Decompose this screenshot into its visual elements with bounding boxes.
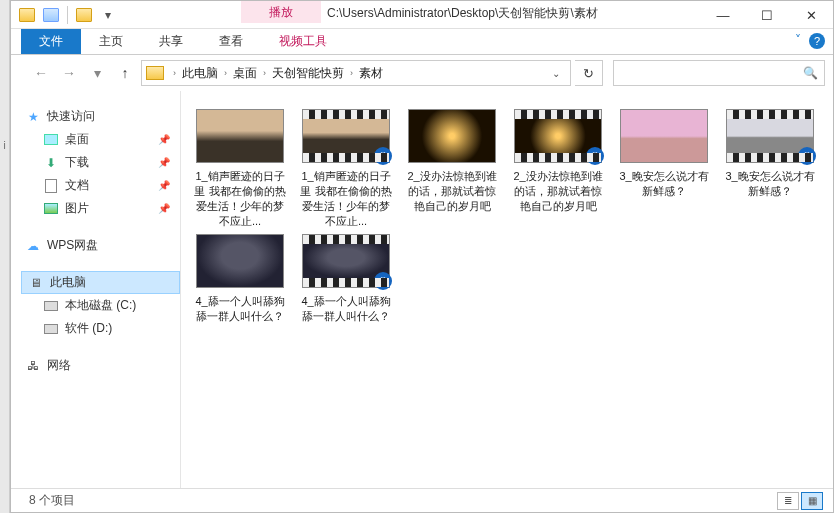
crumb[interactable]: 桌面 xyxy=(230,65,260,82)
nav-quick-access[interactable]: ★快速访问 xyxy=(21,105,180,128)
item-count: 8 个项目 xyxy=(29,492,75,509)
pin-icon: 📌 xyxy=(158,180,170,191)
nav-disk-d[interactable]: 软件 (D:) xyxy=(21,317,180,340)
properties-icon[interactable] xyxy=(41,5,61,25)
status-bar: 8 个项目 ≣ ▦ xyxy=(11,488,833,512)
pictures-icon xyxy=(43,201,59,217)
image-thumbnail xyxy=(620,109,708,163)
view-thumbnails-button[interactable]: ▦ xyxy=(801,492,823,510)
crumb[interactable]: 此电脑 xyxy=(179,65,221,82)
quick-access-toolbar: ▾ xyxy=(11,5,124,25)
explorer-window: ▾ 播放 C:\Users\Administrator\Desktop\天创智能… xyxy=(10,0,834,513)
nav-network[interactable]: 🖧网络 xyxy=(21,354,180,377)
title-bar: ▾ 播放 C:\Users\Administrator\Desktop\天创智能… xyxy=(11,1,833,29)
contextual-tab-play[interactable]: 播放 xyxy=(241,1,321,23)
tab-view[interactable]: 查看 xyxy=(201,29,261,54)
address-dropdown-icon[interactable]: ⌄ xyxy=(546,68,566,79)
navigation-pane: ★快速访问 桌面📌 ⬇下载📌 文档📌 图片📌 ☁WPS网盘 🖥此电脑 本地磁盘 … xyxy=(11,91,181,488)
video-thumbnail: ⁂ xyxy=(514,109,602,163)
external-strip: i xyxy=(0,0,10,513)
image-thumbnail xyxy=(196,109,284,163)
content-pane[interactable]: 1_销声匿迹的日子里 我都在偷偷的热爱生活！少年的梦不应止...⁂1_销声匿迹的… xyxy=(181,91,833,488)
download-icon: ⬇ xyxy=(43,155,59,171)
nav-wps[interactable]: ☁WPS网盘 xyxy=(21,234,180,257)
address-field[interactable]: › 此电脑› 桌面› 天创智能快剪› 素材 ⌄ xyxy=(141,60,571,86)
pin-icon: 📌 xyxy=(158,203,170,214)
file-label: 1_销声匿迹的日子里 我都在偷偷的热爱生活！少年的梦不应止... xyxy=(297,169,395,228)
file-label: 2_没办法惊艳到谁的话，那就试着惊艳自己的岁月吧 xyxy=(509,169,607,214)
nav-back-button[interactable]: ← xyxy=(29,61,53,85)
nav-pictures[interactable]: 图片📌 xyxy=(21,197,180,220)
desktop-icon xyxy=(43,132,59,148)
video-thumbnail: ⁂ xyxy=(302,234,390,288)
file-item[interactable]: 3_晚安怎么说才有新鲜感？ xyxy=(615,109,713,228)
address-bar-row: ← → ▾ ↑ › 此电脑› 桌面› 天创智能快剪› 素材 ⌄ ↻ 🔍 xyxy=(11,55,833,91)
video-badge-icon: ⁂ xyxy=(586,147,604,165)
video-badge-icon: ⁂ xyxy=(374,272,392,290)
pc-icon: 🖥 xyxy=(28,275,44,291)
qat-new-folder-icon[interactable] xyxy=(74,5,94,25)
crumb[interactable]: 天创智能快剪 xyxy=(269,65,347,82)
video-badge-icon: ⁂ xyxy=(798,147,816,165)
document-icon xyxy=(43,178,59,194)
tab-file[interactable]: 文件 xyxy=(21,29,81,54)
image-thumbnail xyxy=(408,109,496,163)
app-icon[interactable] xyxy=(17,5,37,25)
nav-disk-c[interactable]: 本地磁盘 (C:) xyxy=(21,294,180,317)
file-item[interactable]: ⁂2_没办法惊艳到谁的话，那就试着惊艳自己的岁月吧 xyxy=(509,109,607,228)
video-badge-icon: ⁂ xyxy=(374,147,392,165)
nav-forward-button: → xyxy=(57,61,81,85)
image-thumbnail xyxy=(196,234,284,288)
nav-up-button[interactable]: ↑ xyxy=(113,61,137,85)
search-input[interactable]: 🔍 xyxy=(613,60,825,86)
file-label: 3_晚安怎么说才有新鲜感？ xyxy=(615,169,713,199)
network-icon: 🖧 xyxy=(25,358,41,374)
cloud-icon: ☁ xyxy=(25,238,41,254)
file-item[interactable]: ⁂4_舔一个人叫舔狗 舔一群人叫什么？ xyxy=(297,234,395,324)
file-item[interactable]: 2_没办法惊艳到谁的话，那就试着惊艳自己的岁月吧 xyxy=(403,109,501,228)
nav-this-pc[interactable]: 🖥此电脑 xyxy=(21,271,180,294)
ribbon-expand-icon[interactable]: ˅ xyxy=(795,33,801,49)
close-button[interactable]: ✕ xyxy=(789,1,833,29)
file-label: 2_没办法惊艳到谁的话，那就试着惊艳自己的岁月吧 xyxy=(403,169,501,214)
tab-video-tools[interactable]: 视频工具 xyxy=(261,29,345,54)
help-icon[interactable]: ? xyxy=(809,33,825,49)
star-icon: ★ xyxy=(25,109,41,125)
video-thumbnail: ⁂ xyxy=(302,109,390,163)
nav-downloads[interactable]: ⬇下载📌 xyxy=(21,151,180,174)
qat-dropdown-icon[interactable]: ▾ xyxy=(98,5,118,25)
maximize-button[interactable]: ☐ xyxy=(745,1,789,29)
video-thumbnail: ⁂ xyxy=(726,109,814,163)
disk-icon xyxy=(43,298,59,314)
crumb[interactable]: 素材 xyxy=(356,65,386,82)
window-title-path: C:\Users\Administrator\Desktop\天创智能快剪\素材 xyxy=(327,5,598,22)
nav-documents[interactable]: 文档📌 xyxy=(21,174,180,197)
refresh-button[interactable]: ↻ xyxy=(575,60,603,86)
pin-icon: 📌 xyxy=(158,157,170,168)
ribbon-tabs: 文件 主页 共享 查看 视频工具 ˅ ? xyxy=(11,29,833,55)
pin-icon: 📌 xyxy=(158,134,170,145)
search-icon: 🔍 xyxy=(803,66,818,80)
nav-history-dropdown[interactable]: ▾ xyxy=(85,61,109,85)
file-label: 4_舔一个人叫舔狗 舔一群人叫什么？ xyxy=(297,294,395,324)
minimize-button[interactable]: — xyxy=(701,1,745,29)
view-details-button[interactable]: ≣ xyxy=(777,492,799,510)
file-item[interactable]: ⁂3_晚安怎么说才有新鲜感？ xyxy=(721,109,819,228)
tab-share[interactable]: 共享 xyxy=(141,29,201,54)
nav-desktop[interactable]: 桌面📌 xyxy=(21,128,180,151)
file-item[interactable]: 1_销声匿迹的日子里 我都在偷偷的热爱生活！少年的梦不应止... xyxy=(191,109,289,228)
file-item[interactable]: ⁂1_销声匿迹的日子里 我都在偷偷的热爱生活！少年的梦不应止... xyxy=(297,109,395,228)
file-label: 1_销声匿迹的日子里 我都在偷偷的热爱生活！少年的梦不应止... xyxy=(191,169,289,228)
file-label: 3_晚安怎么说才有新鲜感？ xyxy=(721,169,819,199)
file-item[interactable]: 4_舔一个人叫舔狗 舔一群人叫什么？ xyxy=(191,234,289,324)
disk-icon xyxy=(43,321,59,337)
tab-home[interactable]: 主页 xyxy=(81,29,141,54)
address-folder-icon xyxy=(146,66,164,80)
file-label: 4_舔一个人叫舔狗 舔一群人叫什么？ xyxy=(191,294,289,324)
